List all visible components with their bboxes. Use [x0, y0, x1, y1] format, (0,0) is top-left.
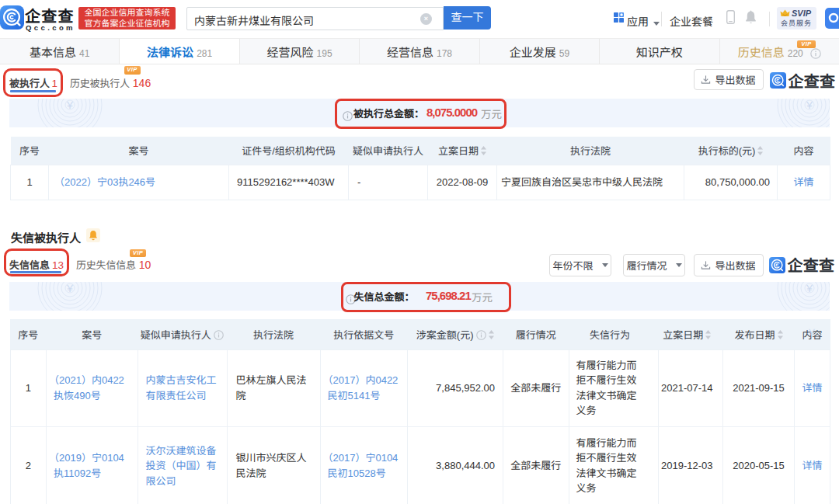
svg-text:￥: ￥: [64, 283, 75, 294]
svg-text:￥: ￥: [804, 283, 814, 294]
svg-text:￥: ￥: [804, 99, 814, 111]
svg-text:￥: ￥: [64, 99, 75, 111]
